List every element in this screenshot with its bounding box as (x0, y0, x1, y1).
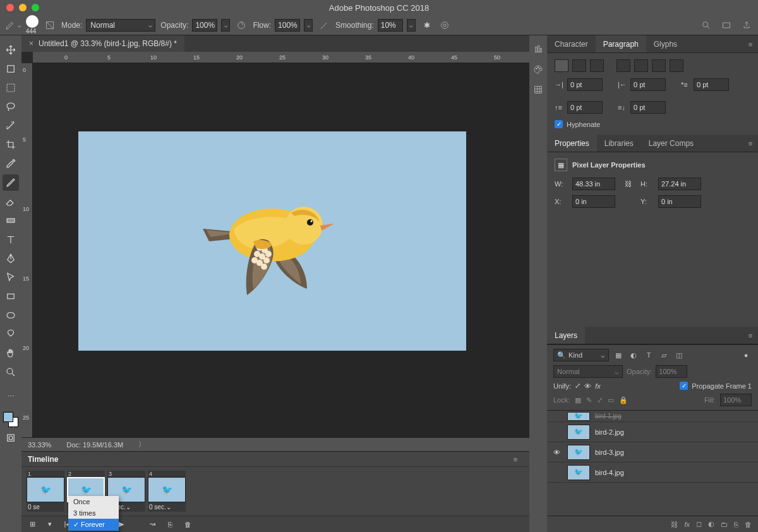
smoothing-input[interactable]: 10% (378, 19, 403, 32)
canvas[interactable] (78, 131, 466, 351)
frame-delay-dropdown[interactable]: 0 se (27, 502, 64, 512)
panel-tab-libraries[interactable]: Libraries (597, 135, 641, 152)
panel-tab-layer-comps[interactable]: Layer Comps (641, 135, 701, 152)
indent-right-input[interactable]: 0 pt (630, 78, 666, 91)
ellipse-tool-icon[interactable] (3, 307, 19, 323)
magic-wand-tool-icon[interactable] (3, 118, 19, 134)
justify-left-button[interactable] (617, 59, 630, 72)
align-right-button[interactable] (590, 59, 604, 72)
move-tool-icon[interactable] (3, 42, 19, 58)
vertical-ruler[interactable]: 0510152025 (21, 63, 33, 437)
filter-type-icon[interactable]: T (643, 351, 654, 359)
lock-position-icon[interactable]: ⤢ (597, 396, 603, 404)
eraser-tool-icon[interactable] (3, 193, 19, 210)
swatches-panel-icon[interactable] (532, 83, 544, 96)
timeline-frame[interactable]: 4🐦0 sec.⌄ (148, 471, 186, 512)
panel-tab-properties[interactable]: Properties (547, 135, 597, 152)
tween-icon[interactable]: ↝ (147, 520, 158, 528)
layer-thumbnail[interactable]: 🐦 (567, 425, 590, 440)
layer-row[interactable]: 🐦bird-1.jpg (547, 411, 758, 422)
filter-toggle-icon[interactable]: ● (740, 351, 752, 359)
hand-tool-icon[interactable] (3, 345, 19, 361)
new-layer-icon[interactable]: ⎘ (734, 521, 738, 528)
close-window-button[interactable] (6, 4, 14, 11)
justify-center-button[interactable] (634, 59, 648, 72)
filter-pixel-icon[interactable]: ▦ (613, 351, 624, 360)
layer-name[interactable]: bird-2.jpg (595, 428, 624, 436)
brush-panel-icon[interactable] (44, 19, 56, 32)
layer-name[interactable]: bird-1.jpg (595, 413, 622, 420)
share-icon[interactable] (740, 19, 753, 32)
loop-dropdown-icon[interactable]: ▾ (44, 520, 56, 528)
layer-visibility-icon[interactable]: 👁 (551, 449, 562, 456)
indent-left-input[interactable]: 0 pt (567, 78, 603, 91)
history-panel-icon[interactable] (532, 43, 544, 56)
layer-row[interactable]: 🐦bird-4.jpg (547, 462, 758, 483)
custom-shape-tool-icon[interactable] (3, 326, 19, 342)
layer-opacity-input[interactable]: 100% (656, 365, 687, 378)
adjustment-layer-icon[interactable]: ◐ (708, 520, 714, 528)
brush-preview-icon[interactable] (26, 15, 39, 28)
delete-layer-icon[interactable]: 🗑 (745, 521, 752, 528)
artboard-tool-icon[interactable] (3, 61, 19, 77)
timeline-menu-icon[interactable]: ≡ (508, 456, 523, 463)
doc-size-label[interactable]: Doc: 19.5M/16.3M (66, 441, 123, 449)
pressure-opacity-icon[interactable] (235, 19, 248, 32)
path-select-tool-icon[interactable] (3, 269, 19, 286)
zoom-tool-icon[interactable] (3, 364, 19, 380)
space-after-input[interactable]: 0 pt (630, 101, 666, 114)
mode-dropdown[interactable]: Normal (86, 19, 155, 32)
layer-row[interactable]: 🐦bird-2.jpg (547, 422, 758, 442)
layer-fill-input[interactable]: 100% (720, 394, 752, 406)
layer-filter-kind-dropdown[interactable]: 🔍Kind ⌵ (553, 349, 609, 361)
indent-first-input[interactable]: 0 pt (694, 78, 729, 91)
hyphenate-checkbox[interactable]: ✓ (555, 120, 563, 128)
justify-right-button[interactable] (652, 59, 666, 72)
blend-mode-dropdown[interactable]: Normal⌵ (553, 365, 623, 378)
gradient-tool-icon[interactable] (3, 212, 19, 229)
align-left-button[interactable] (555, 59, 568, 72)
timeline-frame[interactable]: 1🐦0 se (27, 471, 64, 512)
maximize-window-button[interactable] (32, 4, 39, 11)
crop-tool-icon[interactable] (3, 136, 19, 153)
status-chevron-icon[interactable]: 〉 (138, 440, 145, 449)
layer-name[interactable]: bird-4.jpg (595, 469, 624, 476)
flow-chevron-icon[interactable]: ⌵ (304, 19, 313, 32)
airbrush-icon[interactable] (318, 19, 330, 32)
delete-frame-icon[interactable]: 🗑 (182, 521, 193, 528)
opacity-input[interactable]: 100% (192, 19, 217, 32)
search-icon[interactable] (700, 19, 713, 32)
eyedropper-tool-icon[interactable] (3, 155, 19, 172)
layer-thumbnail[interactable]: 🐦 (567, 412, 590, 421)
window-arrange-icon[interactable] (720, 19, 733, 32)
edit-toolbar-icon[interactable]: ⋯ (3, 388, 19, 404)
type-panel-menu-icon[interactable]: ≡ (743, 35, 758, 52)
smoothing-chevron-icon[interactable]: ⌵ (407, 19, 416, 32)
type-tool-icon[interactable] (3, 231, 19, 248)
color-swatches[interactable] (3, 412, 18, 427)
y-input[interactable]: 0 in (658, 195, 701, 208)
rectangle-tool-icon[interactable] (3, 288, 19, 305)
height-input[interactable]: 27.24 in (658, 178, 701, 190)
loop-option[interactable]: Forever (68, 519, 119, 531)
align-center-button[interactable] (572, 59, 586, 72)
width-input[interactable]: 48.33 in (572, 178, 615, 190)
x-input[interactable]: 0 in (572, 195, 615, 208)
lock-transparency-icon[interactable]: ▩ (575, 396, 581, 404)
marquee-tool-icon[interactable] (3, 80, 19, 96)
link-dimensions-icon[interactable]: ⛓ (622, 180, 634, 188)
layers-panel-menu-icon[interactable]: ≡ (743, 327, 758, 344)
unify-style-icon[interactable]: fx (595, 382, 601, 390)
horizontal-ruler[interactable]: 05101520253035404550 (33, 52, 529, 63)
lasso-tool-icon[interactable] (3, 99, 19, 115)
pen-tool-icon[interactable] (3, 250, 19, 267)
layer-row[interactable]: 👁🐦bird-3.jpg (547, 442, 758, 462)
link-layers-icon[interactable]: ⛓ (671, 521, 678, 528)
panel-tab-glyphs[interactable]: Glyphs (646, 35, 685, 52)
layer-name[interactable]: bird-3.jpg (595, 449, 624, 456)
loop-option[interactable]: 3 times (68, 507, 119, 519)
unify-visibility-icon[interactable]: 👁 (584, 382, 591, 390)
flow-input[interactable]: 100% (275, 19, 300, 32)
convert-timeline-icon[interactable]: ⊞ (27, 520, 38, 528)
brush-tool-icon[interactable]: ⌵ (5, 20, 21, 30)
